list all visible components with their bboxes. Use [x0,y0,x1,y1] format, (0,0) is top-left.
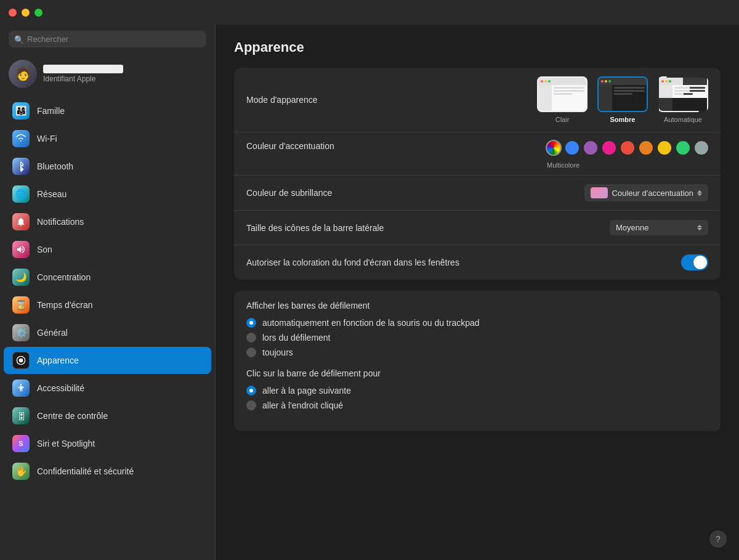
sidebar-label-famille: Famille [37,106,65,116]
maximize-button[interactable] [34,9,42,17]
sidebar-label-temps: Temps d'écran [37,300,93,310]
scrollbars-section: Afficher les barres de défilement automa… [234,291,721,431]
sidebar-item-general[interactable]: ⚙️ Général [4,319,211,346]
sidebar-item-siri[interactable]: S Siri et Spotlight [4,430,211,457]
sidebar-label-reseau: Réseau [37,189,67,199]
wallpaper-toggle[interactable] [681,254,708,270]
click-next-page-radio [246,386,256,396]
page-title: Apparence [234,39,721,55]
subrillance-dropdown[interactable]: Couleur d'accentuation [584,184,708,201]
color-vert[interactable] [676,141,690,155]
sidebar-label-bluetooth: Bluetooth [37,161,73,171]
scrollbar-always-radio [246,347,256,357]
accessibilite-icon [12,379,30,397]
color-dots-container: Multicolore [547,141,708,169]
color-orange[interactable] [639,141,653,155]
sidebar-icons-value: Moyenne [616,223,648,232]
sidebar-label-son: Son [37,245,52,254]
sidebar-label-concentration: Concentration [37,272,91,282]
mode-clair[interactable]: Clair [537,76,588,123]
wallpaper-color-label: Autoriser la coloration du fond d'écran … [246,258,681,267]
wallpaper-toggle-control [681,254,708,270]
mode-sombre-label: Sombre [610,116,636,123]
scrollbar-scroll-option[interactable]: lors du défilement [246,333,708,343]
sidebar-item-confidentialite[interactable]: 🖐️ Confidentialité et sécurité [4,458,211,485]
scrollbar-auto-radio [246,318,256,328]
subrillance-row: Couleur de subrillance Couleur d'accentu… [234,176,721,211]
sidebar-item-apparence[interactable]: Apparence [4,347,211,374]
sidebar-item-bluetooth[interactable]: Bluetooth [4,153,211,180]
sidebar-item-accessibilite[interactable]: Accessibilité [4,375,211,402]
notifications-icon [12,213,30,230]
scroll-section-content: Afficher les barres de défilement automa… [234,291,721,431]
titlebar [0,0,739,25]
sidebar-item-concentration[interactable]: 🌙 Concentration [4,264,211,291]
sidebar-label-siri: Siri et Spotlight [37,439,95,448]
click-next-page[interactable]: aller à la page suivante [246,386,708,396]
svg-point-2 [20,384,22,386]
click-next-page-label: aller à la page suivante [262,386,351,396]
svg-point-1 [19,359,23,363]
sidebar-label-wifi: Wi-Fi [37,134,57,144]
close-button[interactable] [9,9,17,17]
sidebar-item-centre[interactable]: 🎛 Centre de contrôle [4,402,211,429]
sidebar-label-centre: Centre de contrôle [37,411,108,421]
centre-icon: 🎛 [12,407,30,424]
sidebar-label-notifications: Notifications [37,217,84,227]
click-spot[interactable]: aller à l'endroit cliqué [246,400,708,410]
subrillance-label: Couleur de subrillance [246,188,584,198]
click-spot-label: aller à l'endroit cliqué [262,400,343,410]
appearance-modes: Clair [537,76,708,123]
arrow-down-icon [697,193,702,196]
mode-sombre[interactable]: Sombre [597,76,648,123]
subrillance-color-swatch [591,187,608,198]
mode-automatique[interactable]: Automatique [658,76,708,123]
sidebar: 🔍 🧑 Identifiant Apple 👨‍👩‍👧 Famille Wi-F… [0,0,216,560]
subrillance-value: Couleur d'accentuation [612,189,693,198]
sidebar-item-son[interactable]: Son [4,236,211,263]
sidebar-item-famille[interactable]: 👨‍👩‍👧 Famille [4,97,211,124]
sidebar-item-reseau[interactable]: 🌐 Réseau [4,181,211,208]
accent-color-row: Couleur d'accentuation Multic [234,132,721,176]
search-input[interactable] [9,31,206,47]
subrillance-control: Couleur d'accentuation [584,184,708,201]
help-button[interactable]: ? [709,530,727,548]
subrillance-arrows [697,190,702,196]
user-profile[interactable]: 🧑 Identifiant Apple [0,54,215,94]
appearance-mode-label: Mode d'apparence [246,95,537,105]
sidebar-label-apparence: Apparence [37,355,79,365]
son-icon [12,241,30,258]
color-jaune[interactable] [658,141,671,155]
arrow-up-icon2 [697,225,702,227]
sidebar-item-wifi[interactable]: Wi-Fi [4,125,211,152]
siri-icon: S [12,435,30,452]
scrollbars-title: Afficher les barres de défilement [246,301,708,310]
sidebar-icons-dropdown[interactable]: Moyenne [610,220,708,235]
color-multicolore[interactable] [547,141,560,155]
toggle-knob [693,256,707,269]
color-bleu[interactable] [565,141,579,155]
arrow-up-icon [697,190,702,193]
mode-auto-thumbnail [658,76,708,112]
color-violet[interactable] [584,141,597,155]
color-rose[interactable] [602,141,616,155]
user-id-label: Identifiant Apple [43,75,123,83]
scrollbar-scroll-label: lors du défilement [262,333,331,343]
mode-auto-label: Automatique [664,116,702,123]
color-rouge[interactable] [621,141,634,155]
minimize-button[interactable] [22,9,30,17]
sidebar-item-temps[interactable]: ⌛ Temps d'écran [4,291,211,319]
scrollbar-always-option[interactable]: toujours [246,347,708,357]
scrollbar-scroll-radio [246,333,256,343]
famille-icon: 👨‍👩‍👧 [12,102,30,120]
general-icon: ⚙️ [12,324,30,341]
sidebar-icons-row: Taille des icônes de la barre latérale M… [234,211,721,245]
arrow-down-icon2 [697,228,702,230]
user-name-bar [43,65,123,73]
color-graphite[interactable] [695,141,708,155]
scrollbar-auto-option[interactable]: automatiquement en fonction de la souris… [246,318,708,328]
sidebar-item-notifications[interactable]: Notifications [4,208,211,235]
scrollbar-auto-label: automatiquement en fonction de la souris… [262,318,480,328]
scrollbars-radio-group: automatiquement en fonction de la souris… [246,318,708,357]
accent-color-label: Couleur d'accentuation [246,141,547,151]
